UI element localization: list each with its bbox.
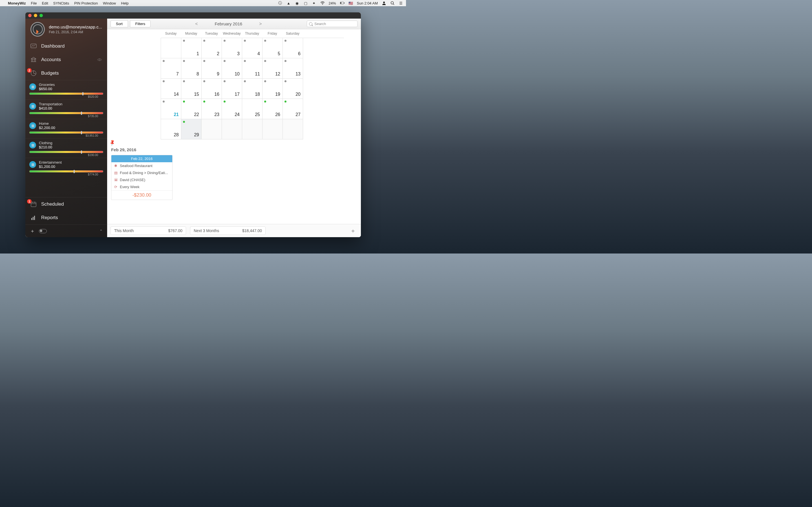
menu-edit[interactable]: Edit bbox=[42, 1, 48, 5]
day-number: 19 bbox=[275, 92, 280, 97]
budget-sub: $735.00 bbox=[29, 115, 103, 118]
nav-scheduled[interactable]: 1 Scheduled bbox=[26, 198, 107, 211]
airplay-icon[interactable]: ▢ bbox=[303, 1, 308, 5]
budget-item[interactable]: ▦ Groceries $650.00 $520.00 bbox=[26, 80, 107, 100]
svg-rect-3 bbox=[340, 2, 341, 4]
nav-reports[interactable]: Reports bbox=[26, 211, 107, 224]
budget-list: ▦ Groceries $650.00 $520.00 ▦ Transporta… bbox=[26, 80, 107, 197]
calendar-day[interactable]: 7 bbox=[161, 58, 181, 78]
nav-accounts[interactable]: Accounts bbox=[26, 53, 107, 66]
sort-button[interactable]: Sort bbox=[110, 20, 128, 27]
profile[interactable]: demo.us@moneywizapp.c... Feb 21, 2016, 2… bbox=[26, 18, 107, 40]
calendar-day[interactable]: 4 bbox=[242, 38, 262, 58]
budget-sub: $3,951.00 bbox=[29, 134, 103, 137]
budget-item[interactable]: ▦ Entertainment $1,200.00 $774.00 bbox=[26, 158, 107, 177]
calendar-day[interactable]: 12 bbox=[262, 58, 283, 78]
collapse-icon[interactable]: ⌃ bbox=[100, 229, 103, 233]
calendar-day[interactable]: 13 bbox=[283, 58, 303, 78]
filters-button[interactable]: Filters bbox=[130, 20, 151, 27]
cc-icon[interactable]: ◉ bbox=[295, 1, 299, 5]
calendar-day[interactable]: 10 bbox=[222, 58, 242, 78]
prev-month-button[interactable]: < bbox=[195, 21, 198, 26]
pin-icon[interactable]: 📌 bbox=[108, 139, 116, 147]
calendar-day[interactable]: 23 bbox=[202, 99, 222, 119]
calendar-day[interactable]: 28 bbox=[161, 119, 181, 139]
battery-icon[interactable] bbox=[340, 1, 345, 5]
menu-window[interactable]: Window bbox=[103, 1, 116, 5]
day-number: 21 bbox=[174, 112, 179, 117]
bt-icon[interactable]: ✦ bbox=[312, 1, 316, 5]
nav-budgets[interactable]: 2 Budgets bbox=[26, 66, 107, 80]
info-icon[interactable]: ⓘ bbox=[278, 1, 283, 5]
sidebar-toggle[interactable] bbox=[39, 229, 47, 233]
zoom-button[interactable] bbox=[40, 14, 43, 17]
calendar-day[interactable] bbox=[161, 38, 181, 58]
drive-icon[interactable]: ▲ bbox=[287, 1, 291, 5]
spotlight-icon[interactable] bbox=[390, 1, 395, 5]
wifi-icon[interactable] bbox=[320, 1, 325, 5]
profile-date: Feb 21, 2016, 2:04 AM bbox=[49, 30, 102, 34]
calendar-day[interactable]: 1 bbox=[181, 38, 202, 58]
calendar-day[interactable] bbox=[242, 119, 262, 139]
menu-file[interactable]: File bbox=[31, 1, 37, 5]
this-month-box[interactable]: This Month $767.00 bbox=[110, 226, 186, 235]
budgets-icon bbox=[31, 70, 37, 76]
budget-item[interactable]: ▦ Transportation $410.00 $735.00 bbox=[26, 100, 107, 119]
calendar-day[interactable]: 11 bbox=[242, 58, 262, 78]
budget-name: Clothing bbox=[39, 141, 52, 145]
calendar-day[interactable]: 19 bbox=[262, 78, 283, 99]
budget-item[interactable]: ▦ Home $2,200.00 $3,951.00 bbox=[26, 119, 107, 138]
calendar-day[interactable]: 9 bbox=[202, 58, 222, 78]
day-number: 10 bbox=[235, 71, 240, 76]
svg-line-6 bbox=[393, 4, 395, 5]
transaction-card[interactable]: Feb 22, 2016 ✱Seafood Restaurant▤Food & … bbox=[111, 155, 172, 200]
calendar-day[interactable]: 6 bbox=[283, 38, 303, 58]
add-icon[interactable]: ＋ bbox=[30, 228, 35, 234]
next-month-button[interactable]: > bbox=[259, 21, 262, 26]
calendar-day[interactable]: 24 bbox=[222, 99, 242, 119]
calendar-day[interactable]: 15 bbox=[181, 78, 202, 99]
card-amount: -$230.00 bbox=[111, 190, 172, 200]
detail-date: Feb 29, 2016 bbox=[111, 147, 357, 152]
calendar-day[interactable]: 20 bbox=[283, 78, 303, 99]
calendar-day[interactable] bbox=[283, 119, 303, 139]
calendar-day[interactable]: 29 bbox=[181, 119, 202, 139]
svg-marker-8 bbox=[31, 57, 36, 59]
calendar-day[interactable]: 2 bbox=[202, 38, 222, 58]
calendar-day[interactable] bbox=[262, 119, 283, 139]
calendar-day[interactable]: 25 bbox=[242, 99, 262, 119]
calendar-day[interactable]: 3 bbox=[222, 38, 242, 58]
budget-item[interactable]: ▦ Clothing $210.00 $190.00 bbox=[26, 138, 107, 158]
calendar-day[interactable]: 18 bbox=[242, 78, 262, 99]
flag-icon[interactable]: 🇺🇸 bbox=[349, 1, 353, 5]
user-icon[interactable] bbox=[382, 1, 386, 5]
menu-icon[interactable]: ☰ bbox=[399, 1, 403, 5]
calendar-day[interactable]: 21 bbox=[161, 99, 181, 119]
next3-box[interactable]: Next 3 Months $18,447.00 bbox=[190, 226, 266, 235]
add-transaction-button[interactable]: ＋ bbox=[349, 227, 357, 235]
nav-dashboard[interactable]: Dashboard bbox=[26, 40, 107, 53]
minimize-button[interactable] bbox=[34, 14, 37, 17]
row-text: Every Week bbox=[120, 185, 140, 189]
menubar-clock[interactable]: Sun 2:04 AM bbox=[357, 1, 378, 5]
close-button[interactable] bbox=[28, 14, 32, 17]
day-number: 24 bbox=[235, 112, 240, 117]
menu-syncbits[interactable]: SYNCbits bbox=[53, 1, 69, 5]
eye-icon[interactable] bbox=[97, 58, 102, 61]
svg-rect-21 bbox=[33, 217, 34, 220]
calendar-day[interactable] bbox=[222, 119, 242, 139]
calendar-day[interactable]: 14 bbox=[161, 78, 181, 99]
budget-bar bbox=[29, 93, 103, 95]
calendar-day[interactable]: 27 bbox=[283, 99, 303, 119]
menu-pin[interactable]: PIN Protection bbox=[74, 1, 98, 5]
calendar-day[interactable]: 26 bbox=[262, 99, 283, 119]
calendar-day[interactable]: 17 bbox=[222, 78, 242, 99]
calendar-day[interactable]: 16 bbox=[202, 78, 222, 99]
calendar-day[interactable]: 22 bbox=[181, 99, 202, 119]
calendar-day[interactable] bbox=[202, 119, 222, 139]
calendar-day[interactable]: 8 bbox=[181, 58, 202, 78]
calendar-day[interactable]: 5 bbox=[262, 38, 283, 58]
menu-help[interactable]: Help bbox=[121, 1, 129, 5]
search-input[interactable]: Search bbox=[307, 20, 357, 27]
menubar-app[interactable]: MoneyWiz bbox=[8, 1, 26, 5]
